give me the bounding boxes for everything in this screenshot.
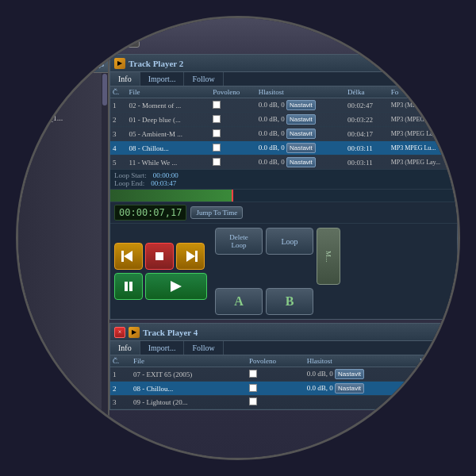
- track-row-4-1[interactable]: 2 08 - Chillou... 0.0 dB, 0 Nastavit: [110, 382, 457, 396]
- track-row-2-4[interactable]: 5 11 - While We ... 0.0 dB, 0 Nastavit 0…: [110, 155, 457, 170]
- ab-row: A B: [215, 288, 340, 315]
- track-player-4-title: Track Player 4: [143, 328, 198, 337]
- col-delka: Délka: [345, 86, 389, 98]
- track-file: 09 - Lightout (20...: [131, 396, 247, 409]
- col-file: File: [127, 86, 211, 98]
- track-format: MP3 (MPEG L...: [389, 113, 457, 127]
- tp4-tab-info[interactable]: Info: [110, 341, 140, 355]
- track-row-4-0[interactable]: 1 07 - EXIT 65 (2005) 0.0 dB, 0 Nastavit: [110, 367, 457, 382]
- nastavit-button[interactable]: Nastavit: [286, 129, 316, 139]
- nastavit-button[interactable]: Nastavit: [335, 383, 364, 393]
- checkbox[interactable]: [249, 397, 257, 405]
- nastavit-button[interactable]: Nastavit: [286, 114, 316, 125]
- track-num: 3: [110, 127, 127, 141]
- track-format: MP3 MPEG Lu...: [389, 141, 457, 155]
- svg-rect-5: [90, 36, 103, 38]
- next-button[interactable]: [176, 243, 205, 270]
- tp4-close-button[interactable]: ×: [114, 327, 125, 338]
- b-button[interactable]: B: [266, 288, 313, 315]
- all-button[interactable]: All: [25, 29, 49, 44]
- track-player-2-title: Track Player 2: [129, 59, 183, 68]
- list-view-button[interactable]: [114, 25, 140, 48]
- track-row-4-2[interactable]: 3 09 - Lightout (20...: [110, 396, 457, 409]
- svg-rect-12: [155, 252, 163, 260]
- track-player-2-icon: ▶: [114, 58, 125, 69]
- checkbox[interactable]: [249, 384, 257, 392]
- track-delka: 00:03:11: [345, 141, 389, 155]
- track-file: 02 - Moment of ...: [127, 98, 211, 113]
- sidebar-scrollbar[interactable]: [102, 73, 108, 458]
- track-num: 2: [110, 382, 131, 396]
- checkbox[interactable]: [213, 144, 221, 152]
- bars-view-button[interactable]: [84, 25, 109, 48]
- list-icon: [121, 31, 133, 42]
- sidebar-close-button[interactable]: ×: [22, 58, 33, 69]
- nastavit-button[interactable]: Nastavit: [335, 369, 364, 379]
- track-num: 2: [110, 113, 127, 127]
- track-hlasitost: 0.0 dB, 0 Nastavit: [256, 155, 345, 170]
- bars-icon: [90, 31, 103, 42]
- stop-button[interactable]: [145, 243, 174, 270]
- track-povoleno: [247, 382, 305, 396]
- track-povoleno: [210, 98, 256, 113]
- sidebar-item-1[interactable]: _cbr_6...: [20, 88, 106, 100]
- prev-button[interactable]: [114, 243, 143, 270]
- play-button[interactable]: [145, 273, 207, 300]
- main-content: ▶ Track Player 2 Info Import... Follow Č…: [109, 54, 458, 458]
- svg-rect-13: [195, 251, 198, 262]
- sidebar-item-0[interactable]: Git_...: [20, 76, 106, 88]
- track-row-2-3[interactable]: 4 08 - Chillou... 0.0 dB, 0 Nastavit 00:…: [110, 141, 457, 155]
- loop-info: Loop Start: 00:00:00 Loop End: 00:03:47: [110, 170, 457, 190]
- track-format: MP3 (MPEG Lay...: [389, 127, 457, 141]
- track-table-4-container: Č. File Povoleno Hlasitost Délka 1 07 - …: [110, 355, 457, 409]
- stop-icon: [154, 251, 165, 262]
- track-num: 4: [110, 141, 127, 155]
- play-controls: [114, 243, 207, 300]
- loop-end-label: Loop End:: [114, 179, 144, 187]
- track-delka: [417, 367, 457, 382]
- loop-end-value: 00:03:47: [151, 179, 176, 187]
- track-num: 3: [110, 396, 131, 409]
- progress-area[interactable]: [110, 190, 457, 202]
- pause-icon: [123, 281, 134, 292]
- checkbox[interactable]: [213, 115, 221, 123]
- track-player-4: × ▶ Track Player 4 Info Import... Follow…: [109, 323, 458, 410]
- nastavit-button[interactable]: Nastavit: [286, 157, 316, 167]
- track-row-2-1[interactable]: 2 01 - Deep blue (... 0.0 dB, 0 Nastavit…: [110, 113, 457, 127]
- player-view-button[interactable]: Player View: [391, 28, 451, 45]
- svg-rect-7: [121, 31, 133, 34]
- track-player-4-icon: ▶: [129, 327, 140, 338]
- tp2-tab-follow[interactable]: Follow: [184, 72, 223, 86]
- track-num: 1: [110, 98, 127, 113]
- checkbox[interactable]: [213, 158, 221, 166]
- track-table-4: Č. File Povoleno Hlasitost Délka 1 07 - …: [110, 355, 457, 409]
- time-display: 00:00:07,17: [114, 205, 186, 221]
- nastavit-button[interactable]: Nastavit: [286, 143, 316, 153]
- tp2-tab-import[interactable]: Import...: [140, 72, 185, 86]
- checkbox[interactable]: [213, 129, 221, 137]
- checkbox[interactable]: [213, 101, 221, 109]
- nastavit-button[interactable]: Nastavit: [286, 100, 316, 110]
- grid-view-button[interactable]: [54, 25, 79, 48]
- tp4-tab-follow[interactable]: Follow: [184, 341, 223, 355]
- pause-button[interactable]: [114, 273, 143, 300]
- checkbox[interactable]: [249, 370, 257, 378]
- track-row-2-0[interactable]: 1 02 - Moment of ... 0.0 dB, 0 Nastavit …: [110, 98, 457, 113]
- track-hlasitost: 0.0 dB, 0 Nastavit: [305, 367, 417, 382]
- delete-loop-button[interactable]: Delete Loop: [215, 228, 263, 255]
- sidebar-item-3[interactable]: _00_cbr_1...: [20, 112, 106, 124]
- m-button[interactable]: M...: [317, 228, 340, 285]
- jump-to-time-button[interactable]: Jump To Time: [190, 206, 243, 219]
- loop-button[interactable]: Loop: [266, 228, 313, 255]
- track-row-2-2[interactable]: 3 05 - Ambient-M ... 0.0 dB, 0 Nastavit …: [110, 127, 457, 141]
- a-button[interactable]: A: [215, 288, 263, 315]
- svg-marker-11: [124, 251, 132, 262]
- tp4-tab-import[interactable]: Import...: [140, 341, 185, 355]
- loop-start-value: 00:00:00: [153, 171, 178, 179]
- col4-hlasitost: Hlasitost: [305, 355, 417, 367]
- track-delka: [417, 382, 457, 396]
- tp2-tab-info[interactable]: Info: [110, 72, 140, 86]
- sidebar-item-2[interactable]: _0_cbr_9...: [20, 100, 106, 112]
- grid-icon: [60, 31, 73, 42]
- col-povoleno: Povoleno: [210, 86, 256, 98]
